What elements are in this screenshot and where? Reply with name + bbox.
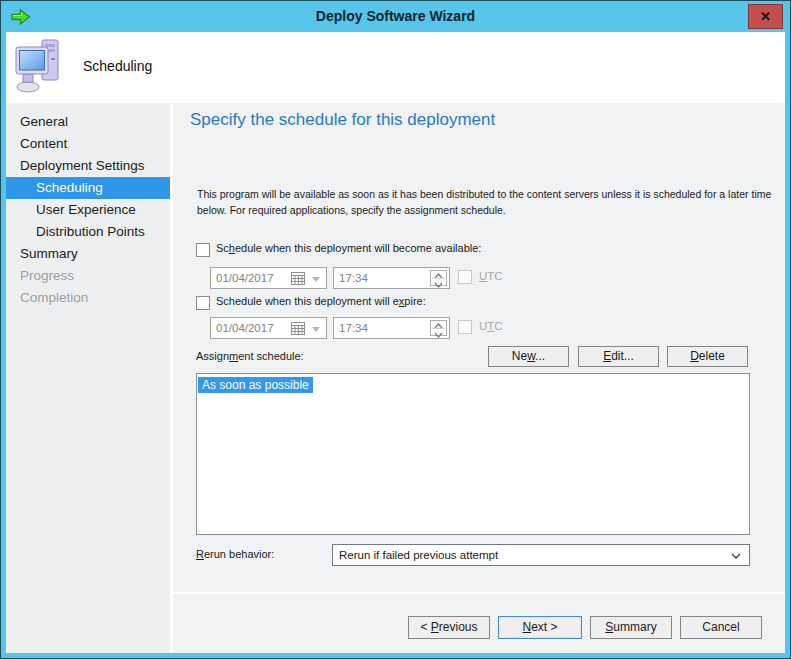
- next-button[interactable]: Next >: [498, 616, 582, 639]
- wizard-header: Scheduling: [6, 32, 785, 103]
- content-heading: Specify the schedule for this deployment: [190, 110, 495, 130]
- sidebar-item-completion: Completion: [6, 287, 170, 309]
- list-item[interactable]: As soon as possible: [198, 377, 313, 393]
- spinner-down-icon: [434, 282, 443, 288]
- edit-button[interactable]: Edit...: [578, 346, 659, 367]
- rerun-behavior-select[interactable]: Rerun if failed previous attempt: [332, 544, 750, 566]
- sidebar-item-summary[interactable]: Summary: [6, 243, 170, 265]
- summary-button[interactable]: Summary: [590, 616, 672, 639]
- expire-utc-checkbox: [458, 320, 472, 334]
- sidebar-item-deployment-settings[interactable]: Deployment Settings: [6, 155, 170, 177]
- expire-utc-label: UTC: [479, 320, 503, 332]
- sidebar-item-user-experience[interactable]: User Experience: [6, 199, 170, 221]
- dropdown-triangle-icon: [312, 327, 320, 332]
- sidebar-item-scheduling[interactable]: Scheduling: [6, 177, 170, 199]
- time-spinner: [430, 320, 447, 336]
- sidebar-item-content[interactable]: Content: [6, 133, 170, 155]
- assignment-schedule-label: Assignment schedule:: [196, 350, 304, 362]
- schedule-available-checkbox[interactable]: [196, 243, 210, 257]
- new-button[interactable]: New...: [488, 346, 569, 367]
- rerun-behavior-value: Rerun if failed previous attempt: [339, 545, 498, 565]
- deploy-software-wizard-window: Deploy Software Wizard ✕ Scheduli: [0, 0, 791, 659]
- schedule-available-label: Schedule when this deployment will becom…: [216, 242, 481, 254]
- sidebar-item-distribution-points[interactable]: Distribution Points: [6, 221, 170, 243]
- previous-button[interactable]: < Previous: [408, 616, 490, 639]
- cancel-button[interactable]: Cancel: [680, 616, 762, 639]
- computer-icon: [15, 38, 65, 94]
- dropdown-triangle-icon: [312, 277, 320, 282]
- main-pane: Specify the schedule for this deployment…: [173, 104, 785, 653]
- available-time-field: 17:34: [333, 267, 450, 289]
- page-title: Scheduling: [83, 58, 152, 74]
- available-utc-checkbox: [458, 270, 472, 284]
- sidebar-item-progress: Progress: [6, 265, 170, 287]
- delete-button[interactable]: Delete: [667, 346, 748, 367]
- wizard-steps-sidebar: General Content Deployment Settings Sche…: [6, 104, 170, 653]
- titlebar: Deploy Software Wizard ✕: [1, 1, 790, 32]
- window-title: Deploy Software Wizard: [1, 1, 790, 32]
- sidebar-item-general[interactable]: General: [6, 111, 170, 133]
- spinner-down-icon: [434, 332, 443, 338]
- rerun-behavior-label: Rerun behavior:: [196, 548, 274, 560]
- chevron-down-icon: [731, 553, 741, 559]
- calendar-icon: [291, 272, 305, 285]
- expire-date-field: 01/04/2017: [210, 317, 327, 339]
- available-utc-label: UTC: [479, 270, 503, 282]
- close-icon[interactable]: ✕: [748, 4, 783, 29]
- assignment-schedule-list[interactable]: As soon as possible: [196, 373, 750, 535]
- schedule-expire-label: Schedule when this deployment will expir…: [216, 295, 426, 307]
- description-text: This program will be available as soon a…: [197, 186, 775, 219]
- calendar-icon: [291, 322, 305, 335]
- available-date-field: 01/04/2017: [210, 267, 327, 289]
- window-frame: Scheduling General Content Deployment Se…: [6, 32, 785, 653]
- time-spinner: [430, 270, 447, 286]
- schedule-expire-checkbox[interactable]: [196, 296, 210, 310]
- footer-divider: [173, 592, 785, 594]
- expire-time-field: 17:34: [333, 317, 450, 339]
